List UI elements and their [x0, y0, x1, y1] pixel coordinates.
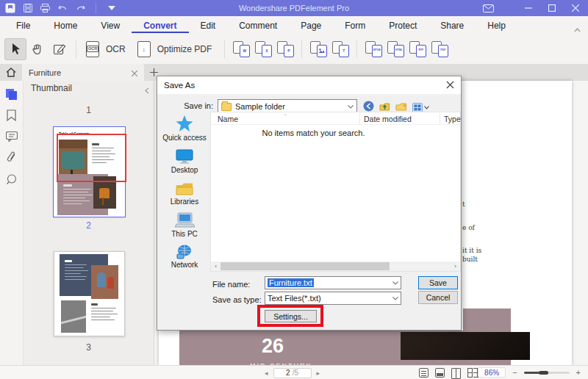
title-bar: Wondershare PDFelement Pro	[0, 0, 588, 16]
scroll-right-arrow[interactable]: ›	[451, 261, 460, 271]
thumbnail-panel-title: Thumbnail	[31, 83, 72, 93]
menu-help[interactable]: Help	[476, 18, 517, 33]
to-image-button[interactable]	[307, 38, 329, 60]
to-ppt-icon: P	[277, 41, 294, 57]
menu-convert[interactable]: Convert	[132, 18, 188, 33]
to-html-button[interactable]: HTML	[384, 38, 406, 60]
save-icon[interactable]	[22, 3, 33, 13]
optimize-pdf-button[interactable]: ↓	[133, 38, 155, 60]
menu-share[interactable]: Share	[429, 18, 476, 33]
thumbnail-panel-icon[interactable]	[4, 87, 19, 101]
two-page-view-icon[interactable]	[451, 368, 461, 378]
search-icon[interactable]	[4, 173, 19, 186]
ocr-label[interactable]: OCR	[106, 44, 126, 54]
place-network[interactable]: Network	[171, 245, 198, 269]
desktop-icon	[175, 148, 194, 165]
to-ppt-button[interactable]: P	[274, 38, 296, 60]
to-image-icon	[310, 41, 327, 57]
tab-furniture[interactable]: Furniture	[22, 64, 144, 81]
ocr-button[interactable]: OCR	[82, 38, 104, 60]
page-2-label[interactable]: 2	[24, 220, 154, 231]
place-this-pc[interactable]: This PC	[171, 212, 198, 238]
menu-page[interactable]: Page	[289, 18, 333, 33]
quick-access-star-icon	[175, 115, 194, 132]
to-excel-button[interactable]: X	[252, 38, 274, 60]
panel-collapse-handle[interactable]	[145, 84, 149, 97]
menu-home[interactable]: Home	[42, 18, 89, 33]
optimize-pdf-label[interactable]: Optimize PDF	[157, 44, 212, 54]
undo-icon[interactable]	[57, 3, 68, 13]
tab-close-icon[interactable]	[132, 66, 137, 79]
scroll-left-arrow[interactable]: ‹	[211, 261, 220, 271]
maximize-button[interactable]	[546, 3, 557, 13]
zoom-level[interactable]: 86%	[478, 367, 506, 378]
cancel-button[interactable]: Cancel	[418, 291, 458, 304]
next-page-arrow[interactable]: ▸	[317, 369, 320, 377]
minimize-button[interactable]	[523, 3, 534, 13]
print-icon[interactable]	[40, 3, 51, 13]
zoom-out-button[interactable]: −	[512, 369, 517, 377]
column-date-modified[interactable]: Date modified	[364, 115, 412, 123]
pdfelement-window: Wondershare PDFelement Pro File Home Vie…	[0, 0, 588, 379]
to-word-button[interactable]: W	[230, 38, 252, 60]
place-quick-access[interactable]: Quick access	[162, 115, 206, 142]
menu-comment[interactable]: Comment	[227, 18, 289, 33]
attachment-icon[interactable]	[4, 151, 19, 164]
section-number: 26	[262, 335, 284, 358]
zoom-slider[interactable]	[524, 367, 570, 378]
scrollbar-thumb[interactable]	[220, 262, 390, 270]
pencil-note-icon	[54, 43, 66, 55]
place-libraries[interactable]: Libraries	[171, 181, 198, 206]
menu-edit[interactable]: Edit	[189, 18, 228, 33]
zoom-slider-handle[interactable]	[539, 371, 548, 375]
save-button[interactable]: Save	[418, 276, 458, 289]
mail-icon[interactable]	[483, 3, 494, 13]
page-indicator[interactable]: 2 /5	[273, 368, 312, 378]
to-epub-button[interactable]: EPUB	[362, 38, 384, 60]
single-page-view-icon[interactable]	[419, 368, 429, 378]
current-page: 2	[286, 369, 290, 377]
previous-page-arrow[interactable]: ◂	[265, 369, 268, 377]
annotation-icon[interactable]	[4, 130, 19, 143]
menu-file[interactable]: File	[4, 18, 42, 33]
redo-icon[interactable]	[75, 3, 86, 13]
to-pdf-button[interactable]: PDF	[429, 38, 451, 60]
menu-view[interactable]: View	[89, 18, 132, 33]
save-in-value: Sample folder	[235, 102, 344, 111]
column-type[interactable]: Type	[444, 115, 461, 123]
page-3-thumbnail[interactable]	[54, 251, 125, 336]
zoom-in-button[interactable]: +	[576, 369, 581, 377]
zoom-controls: 86% − +	[478, 367, 581, 378]
fit-page-view-icon[interactable]	[435, 368, 445, 378]
file-name-input[interactable]: Furniture.txt	[265, 276, 401, 289]
page-2-thumbnail[interactable]: Table of Contents	[54, 127, 125, 217]
close-button[interactable]	[570, 3, 581, 13]
to-html-icon: HTML	[387, 41, 404, 57]
menu-form[interactable]: Form	[333, 18, 377, 33]
select-tool-button[interactable]	[4, 38, 26, 60]
column-divider[interactable]	[440, 113, 440, 124]
navigation-panel-strip	[0, 81, 24, 365]
libraries-icon	[175, 181, 194, 196]
save-as-type-dropdown[interactable]: Text Files(*.txt)	[265, 292, 401, 305]
bookmark-icon[interactable]	[4, 109, 19, 122]
horizontal-scrollbar[interactable]: ‹ ›	[211, 261, 460, 271]
toolbar-divider	[224, 40, 225, 58]
grid-view-icon[interactable]	[467, 368, 477, 378]
menu-protect[interactable]: Protect	[377, 18, 429, 33]
hand-tool-button[interactable]	[26, 38, 49, 60]
toolbar-customize-chevron-icon[interactable]	[106, 3, 117, 13]
home-tab-button[interactable]	[0, 64, 22, 81]
page-3-label: 3	[24, 342, 154, 353]
column-name[interactable]: Name	[218, 115, 238, 123]
status-bar: ◂ 2 /5 ▸ 86% − +	[0, 365, 588, 379]
to-text-button[interactable]: T	[329, 38, 351, 60]
tab-title: Furniture	[29, 68, 132, 77]
place-desktop[interactable]: Desktop	[171, 148, 198, 174]
grayscale-photo	[61, 300, 86, 333]
to-rtf-button[interactable]: RTF	[406, 38, 429, 60]
edit-note-button[interactable]	[49, 38, 71, 60]
dialog-close-button[interactable]	[446, 79, 454, 92]
column-divider[interactable]	[359, 113, 360, 124]
dark-photo-block	[401, 332, 530, 360]
